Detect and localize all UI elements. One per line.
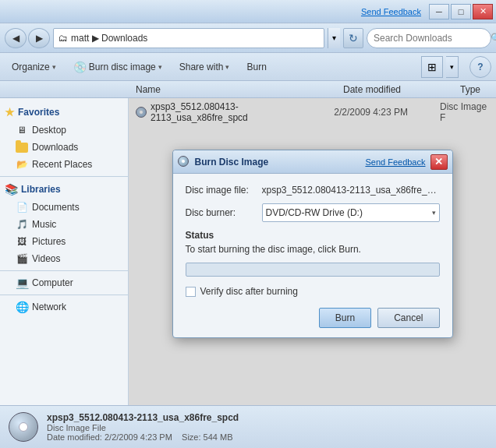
music-icon: 🎵 (16, 218, 28, 231)
burn-disc-image-button[interactable]: 💿 Burn disc image ▾ (66, 56, 169, 78)
dialog-disc-burner-select[interactable]: DVD/CD-RW Drive (D:) ▾ (262, 203, 440, 222)
status-filetype: Disc Image File (47, 423, 488, 432)
status-filename: xpsp3_5512.080413-2113_usa_x86fre_spcd (47, 412, 488, 423)
sidebar-item-pictures[interactable]: 🖼 Pictures (0, 233, 128, 250)
disc-burner-dropdown-icon: ▾ (432, 209, 436, 217)
column-type[interactable]: Type (460, 84, 480, 95)
desktop-icon: 🖥 (16, 124, 28, 136)
sidebar-divider-2 (0, 270, 128, 271)
recent-places-icon: 📂 (16, 158, 28, 171)
column-date-modified[interactable]: Date modified (343, 84, 460, 95)
back-button[interactable]: ◀ (5, 28, 27, 48)
dialog-burn-button[interactable]: Burn (319, 308, 371, 328)
dialog-disc-icon (178, 156, 190, 168)
status-meta: Date modified: 2/2/2009 4:23 PM Size: 54… (47, 432, 488, 442)
documents-icon: 📄 (16, 201, 28, 213)
dialog-overlay: Burn Disc Image Send Feedback ✕ Disc ima… (129, 98, 496, 405)
dialog-image-file-label: Disc image file: (186, 185, 256, 196)
favorites-icon: ★ (5, 106, 15, 118)
dialog-disc-burner-row: Disc burner: DVD/CD-RW Drive (D:) ▾ (186, 203, 440, 222)
dialog-body: Disc image file: xpsp3_5512.080413-2113_… (173, 174, 452, 337)
column-name[interactable]: Name (133, 84, 343, 95)
organize-dropdown-icon: ▾ (52, 63, 56, 71)
main-area: ★ Favorites 🖥 Desktop Downloads 📂 Recent… (0, 98, 496, 405)
view-toggle-dropdown[interactable]: ▾ (446, 56, 459, 78)
verify-checkbox[interactable] (186, 287, 196, 297)
dialog-send-feedback[interactable]: Send Feedback (365, 157, 425, 167)
content-area: xpsp3_5512.080413-2113_usa_x86fre_spcd 2… (129, 98, 496, 405)
dialog-verify-row: Verify disc after burning (186, 286, 440, 297)
sidebar-item-network[interactable]: 🌐 Network (0, 298, 128, 316)
sidebar-divider-1 (0, 176, 128, 177)
toolbar: Organize ▾ 💿 Burn disc image ▾ Share wit… (0, 53, 496, 81)
view-toggle-button[interactable]: ⊞ (421, 56, 443, 78)
dialog-disc-burner-label: Disc burner: (186, 207, 256, 218)
share-with-button[interactable]: Share with ▾ (172, 56, 237, 78)
help-button[interactable]: ? (469, 56, 491, 78)
title-send-feedback[interactable]: Send Feedback (361, 7, 421, 16)
libraries-icon: 📚 (5, 183, 18, 196)
downloads-icon (16, 141, 28, 153)
status-disc-icon (8, 411, 39, 443)
dialog-close-button[interactable]: ✕ (430, 154, 448, 170)
sidebar-item-computer[interactable]: 💻 Computer (0, 274, 128, 291)
status-info: xpsp3_5512.080413-2113_usa_x86fre_spcd D… (47, 412, 488, 442)
computer-icon: 💻 (16, 277, 28, 289)
breadcrumb-dropdown[interactable]: ▾ (328, 28, 340, 48)
dialog-title-bar: Burn Disc Image Send Feedback ✕ (173, 150, 452, 174)
navigation-bar: ◀ ▶ 🗂 matt ▶ Downloads ▾ ↻ 🔍 (0, 23, 496, 53)
network-icon: 🌐 (16, 301, 28, 313)
sidebar-libraries-header[interactable]: 📚 Libraries (0, 180, 128, 199)
refresh-button[interactable]: ↻ (343, 28, 363, 48)
forward-button[interactable]: ▶ (28, 28, 50, 48)
pictures-icon: 🖼 (16, 235, 28, 248)
burn-icon: 💿 (73, 61, 87, 73)
search-input[interactable] (374, 33, 491, 44)
dialog-status-text: To start burning the disc image, click B… (186, 244, 440, 255)
status-bar: xpsp3_5512.080413-2113_usa_x86fre_spcd D… (0, 405, 496, 448)
column-headers: Name Date modified Type (0, 81, 496, 98)
sidebar-favorites-header[interactable]: ★ Favorites (0, 103, 128, 122)
burn-disc-image-dropdown-icon: ▾ (158, 63, 162, 71)
sidebar-item-downloads[interactable]: Downloads (0, 139, 128, 156)
minimize-button[interactable]: ─ (429, 4, 449, 19)
search-icon: 🔍 (491, 33, 496, 44)
restore-button[interactable]: □ (451, 4, 471, 19)
sidebar-item-videos[interactable]: 🎬 Videos (0, 250, 128, 267)
sidebar-item-music[interactable]: 🎵 Music (0, 216, 128, 233)
dialog-progress-bar (186, 263, 440, 277)
dialog-cancel-button[interactable]: Cancel (377, 308, 439, 328)
dialog-image-file-value: xpsp3_5512.080413-2113_usa_x86fre_spc (262, 185, 440, 196)
burn-button[interactable]: Burn (239, 56, 273, 78)
search-box[interactable]: 🔍 (367, 28, 491, 48)
sidebar-divider-3 (0, 295, 128, 295)
sidebar-item-desktop[interactable]: 🖥 Desktop (0, 122, 128, 139)
dialog-image-file-row: Disc image file: xpsp3_5512.080413-2113_… (186, 185, 440, 196)
sidebar: ★ Favorites 🖥 Desktop Downloads 📂 Recent… (0, 98, 129, 405)
breadcrumb[interactable]: 🗂 matt ▶ Downloads (53, 28, 324, 48)
organize-button[interactable]: Organize ▾ (5, 56, 63, 78)
close-button[interactable]: ✕ (473, 4, 493, 19)
sidebar-item-recent-places[interactable]: 📂 Recent Places (0, 156, 128, 173)
title-bar: Send Feedback ─ □ ✕ (0, 0, 496, 23)
sidebar-item-documents[interactable]: 📄 Documents (0, 199, 128, 216)
dialog-status-title: Status (186, 230, 440, 241)
dialog-title: Burn Disc Image (195, 157, 361, 168)
burn-disc-image-dialog: Burn Disc Image Send Feedback ✕ Disc ima… (172, 150, 453, 338)
videos-icon: 🎬 (16, 252, 28, 265)
verify-checkbox-label[interactable]: Verify disc after burning (200, 286, 298, 297)
dialog-button-row: Burn Cancel (186, 308, 440, 328)
share-with-dropdown-icon: ▾ (225, 63, 229, 71)
